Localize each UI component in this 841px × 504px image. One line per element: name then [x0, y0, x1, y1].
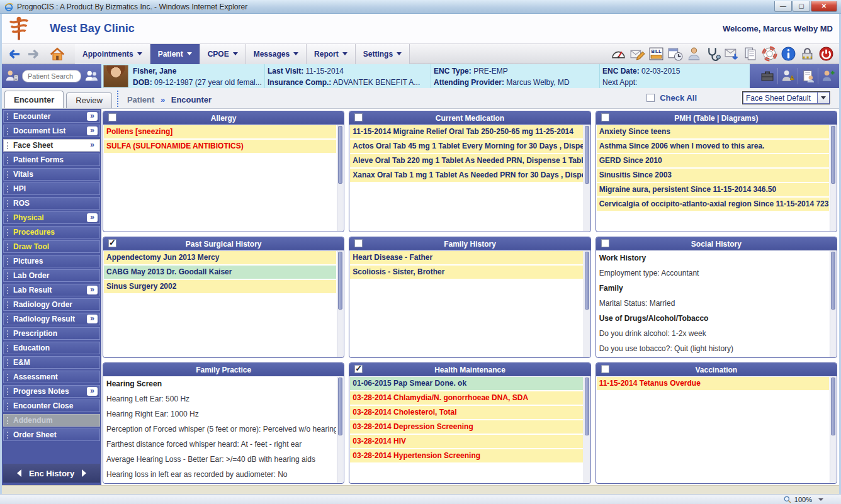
sidebar-item-radiology-result[interactable]: Radiology Result»: [3, 313, 100, 325]
sidebar-item-ros[interactable]: ROS: [3, 197, 100, 210]
facesheet-row[interactable]: Sinusitis Since 2003: [597, 169, 829, 182]
sidebar-item-pictures[interactable]: Pictures: [3, 255, 100, 267]
close-button[interactable]: ✕: [811, 1, 837, 12]
scrollbar[interactable]: [830, 251, 836, 357]
expand-badge-icon[interactable]: »: [87, 112, 98, 121]
facesheet-row[interactable]: Family: [597, 281, 829, 295]
expand-badge-icon[interactable]: »: [87, 141, 98, 150]
sidebar-item-encounter[interactable]: Encounter»: [3, 110, 100, 123]
briefcase-icon[interactable]: [757, 68, 775, 84]
zoom-level[interactable]: 100%: [794, 496, 812, 503]
facesheet-row[interactable]: GERD Since 2010: [597, 154, 829, 167]
panel-checkbox[interactable]: [354, 113, 363, 121]
sidebar-item-assessment[interactable]: Assessment: [3, 371, 100, 383]
home-icon[interactable]: [48, 46, 66, 62]
expand-badge-icon[interactable]: »: [87, 286, 98, 294]
menu-patient[interactable]: Patient: [150, 44, 200, 64]
forward-icon[interactable]: [26, 47, 42, 62]
facesheet-row[interactable]: Work History: [597, 251, 829, 265]
expand-badge-icon[interactable]: »: [87, 315, 98, 323]
scrollbar[interactable]: [584, 125, 590, 231]
tab-review[interactable]: Review: [66, 92, 112, 108]
panel-checkbox[interactable]: [601, 365, 609, 373]
facesheet-row[interactable]: Heart Disease - Father: [350, 251, 582, 264]
scrollbar[interactable]: [337, 377, 343, 483]
menu-report[interactable]: Report: [307, 44, 356, 64]
facesheet-row[interactable]: Hearing loss in left ear as recorded by …: [104, 468, 336, 481]
check-all-checkbox[interactable]: [646, 94, 655, 102]
patient-doc-icon[interactable]: [798, 68, 815, 84]
sidebar-item-progress-notes[interactable]: Progress Notes»: [3, 385, 100, 398]
sidebar-item-patient-forms[interactable]: Patient Forms: [3, 154, 100, 166]
facesheet-row[interactable]: Anxiety Since teens: [597, 125, 829, 138]
facesheet-row[interactable]: Caffeine intake: 1-2 per day: [597, 357, 829, 357]
facesheet-row[interactable]: Pollens [sneezing]: [104, 125, 336, 138]
facesheet-row[interactable]: Migraine aura, persistent Since 11-15-20…: [597, 183, 829, 196]
menu-messages[interactable]: Messages: [246, 44, 307, 64]
scrollbar-thumb[interactable]: [338, 378, 342, 435]
facesheet-row[interactable]: Aleve Oral Tab 220 mg 1 Tablet As Needed…: [350, 154, 582, 167]
info-icon[interactable]: [781, 46, 796, 62]
bill-icon[interactable]: BILL: [648, 46, 664, 62]
scrollbar[interactable]: [337, 125, 343, 231]
facesheet-row[interactable]: 11-15-2014 Migraine Relief Oral Tab 250-…: [350, 125, 582, 138]
mail-download-icon[interactable]: [724, 46, 740, 62]
facesheet-row[interactable]: CABG May 2013 Dr. Goodall Kaiser: [104, 266, 336, 279]
lock-icon[interactable]: [799, 46, 815, 62]
add-patient-icon[interactable]: [818, 68, 835, 84]
facesheet-row[interactable]: Average Hearing Loss - Better Ear: >/=40…: [104, 452, 336, 466]
stethoscope-icon[interactable]: [705, 46, 721, 62]
scrollbar[interactable]: [584, 377, 590, 483]
sidebar-item-prescription[interactable]: Prescription: [3, 327, 100, 340]
facesheet-row[interactable]: Scoliosis - Sister, Brother: [350, 266, 582, 279]
scrollbar-thumb[interactable]: [831, 378, 835, 435]
sidebar-item-procedures[interactable]: Procedures: [3, 226, 100, 238]
facesheet-row[interactable]: 01-06-2015 Pap Smear Done. ok: [350, 377, 582, 390]
compose-mail-icon[interactable]: [629, 46, 645, 62]
panel-checkbox[interactable]: [354, 239, 363, 247]
sidebar-item-vitals[interactable]: Vitals: [3, 168, 100, 181]
facesheet-row[interactable]: Hearing Screen: [104, 377, 336, 391]
facesheet-row[interactable]: Xanax Oral Tab 1 mg 1 Tablet As Needed P…: [350, 169, 582, 182]
facesheet-row[interactable]: Cervicalgia of occipito-atlanto-axial re…: [597, 198, 829, 211]
sidebar-item-encounter-close[interactable]: Encounter Close: [3, 400, 100, 412]
minimize-button[interactable]: —: [774, 1, 792, 12]
panel-checkbox[interactable]: [601, 113, 609, 121]
panel-checkbox[interactable]: [108, 113, 116, 121]
facesheet-row[interactable]: Hearing Right Ear: 1000 Hz: [104, 407, 336, 421]
user-icon[interactable]: [686, 46, 702, 62]
panel-checkbox[interactable]: [601, 239, 609, 247]
power-icon[interactable]: [818, 46, 834, 62]
facesheet-row[interactable]: Actos Oral Tab 45 mg 1 Tablet Every Morn…: [350, 140, 582, 153]
panel-checkbox[interactable]: [108, 239, 116, 247]
facesheet-row[interactable]: Employment type: Accountant: [597, 266, 829, 280]
facesheet-row[interactable]: SULFA (SULFONAMIDE ANTIBIOTICS): [104, 140, 336, 153]
patient-search-input[interactable]: [22, 70, 81, 82]
facesheet-row[interactable]: Asthma Since 2006 when I moved to this a…: [597, 140, 829, 153]
chevron-right-icon[interactable]: [82, 469, 86, 477]
menu-cpoe[interactable]: CPOE: [200, 44, 246, 64]
menu-appointments[interactable]: Appointments: [75, 44, 150, 64]
facesheet-row[interactable]: 03-28-2014 Chlamydia/N. gonorrhoeae DNA,…: [350, 391, 582, 405]
sidebar-item-document-list[interactable]: Document List»: [3, 125, 100, 137]
scrollbar[interactable]: [584, 251, 590, 357]
expand-badge-icon[interactable]: »: [87, 126, 98, 135]
patients-list-icon[interactable]: [84, 69, 98, 83]
scrollbar-thumb[interactable]: [831, 126, 835, 184]
facesheet-view-select[interactable]: Face Sheet Default: [742, 91, 830, 104]
facesheet-row[interactable]: Marital Status: Married: [597, 296, 829, 310]
facesheet-row[interactable]: 03-28-2014 Cholesterol, Total: [350, 406, 582, 419]
facesheet-row[interactable]: 03-28-2014 Hypertension Screening: [350, 449, 582, 462]
chevron-down-icon[interactable]: [817, 92, 830, 104]
provider-alert-icon[interactable]: [777, 68, 795, 84]
expand-badge-icon[interactable]: »: [87, 387, 98, 396]
sidebar-item-lab-order[interactable]: Lab Order: [3, 269, 100, 282]
sidebar-item-order-sheet[interactable]: Order Sheet: [3, 428, 100, 441]
calendar-clock-icon[interactable]: [667, 46, 683, 62]
sidebar-item-face-sheet[interactable]: Face Sheet»: [3, 139, 100, 152]
enc-history-button[interactable]: Enc History: [3, 464, 100, 483]
panel-title[interactable]: PMH (Table | Diagrams): [674, 114, 758, 123]
patient-lookup-icon[interactable]: [5, 69, 19, 83]
facesheet-row[interactable]: Farthest distance forced whisper heard: …: [104, 437, 336, 451]
facesheet-row[interactable]: Perception of Forced whisper (5 feet or …: [104, 422, 336, 436]
